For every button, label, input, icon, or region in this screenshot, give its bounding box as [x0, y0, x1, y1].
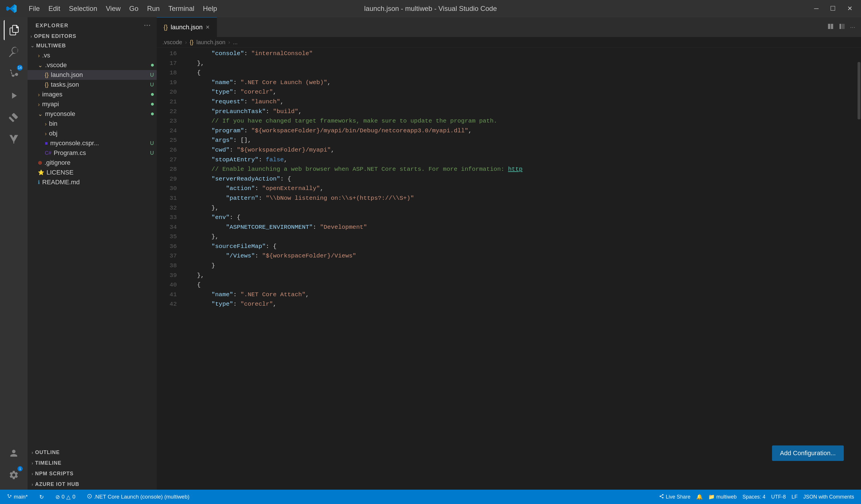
status-sync[interactable]: ↻: [37, 490, 46, 504]
sidebar-title: EXPLORER: [36, 23, 69, 29]
menu-terminal[interactable]: Terminal: [168, 4, 194, 13]
sidebar-item-open-editors[interactable]: › OPEN EDITORS: [28, 31, 157, 41]
menu-edit[interactable]: Edit: [49, 4, 60, 13]
code-line-19: "name": ".NET Core Launch (web)",: [182, 78, 851, 87]
status-language[interactable]: JSON with Comments: [801, 494, 857, 500]
sidebar-item-vs[interactable]: › .vs: [28, 51, 157, 60]
code-line-21: "request": "launch",: [182, 97, 851, 107]
tab-launch-json[interactable]: {} launch.json ✕: [157, 17, 217, 37]
editor-scrollbar[interactable]: [857, 47, 861, 490]
sidebar-item-myapi[interactable]: › myapi: [28, 99, 157, 109]
launch-config-name: .NET Core Launch (console) (multiweb): [94, 494, 189, 500]
code-line-39: },: [182, 271, 851, 281]
main-layout: 14 1 EXPLORER ···: [0, 17, 861, 490]
breadcrumb-file-icon: {}: [190, 39, 193, 46]
folder-open-icon: ⌄: [38, 62, 43, 69]
code-line-17: },: [182, 58, 851, 68]
sidebar-item-launch-json[interactable]: {} launch.json U: [28, 70, 157, 80]
tab-header-actions: ···: [821, 17, 861, 37]
sidebar-item-readme[interactable]: ℹ README.md: [28, 177, 157, 187]
sidebar-item-license[interactable]: ⭐ LICENSE: [28, 168, 157, 177]
encoding-label: UTF-8: [771, 494, 786, 500]
bell-icon: 🔔: [696, 494, 702, 500]
window-title: launch.json - multiweb - Visual Studio C…: [364, 4, 497, 13]
breadcrumb-vscode[interactable]: .vscode: [162, 39, 182, 46]
activity-icon-search[interactable]: [4, 42, 24, 62]
code-line-36: "sourceFileMap": {: [182, 242, 851, 251]
menu-selection[interactable]: Selection: [69, 4, 97, 13]
multiweb-label: MULTIWEB: [36, 43, 66, 49]
error-count: 0: [62, 494, 65, 500]
status-live-share[interactable]: Live Share: [657, 494, 693, 500]
status-branch[interactable]: main*: [4, 490, 30, 504]
sidebar-item-images[interactable]: › images: [28, 90, 157, 99]
activity-icon-account[interactable]: [4, 443, 24, 463]
code-line-30: "action": "openExternally",: [182, 184, 851, 193]
titlebar: File Edit Selection View Go Run Terminal…: [0, 0, 861, 17]
status-errors[interactable]: ⊘ 0 △ 0: [53, 490, 78, 504]
status-spaces[interactable]: Spaces: 4: [740, 494, 768, 500]
status-notifications[interactable]: 🔔: [694, 494, 705, 500]
tab-close-button[interactable]: ✕: [205, 24, 210, 30]
live-share-label: Live Share: [666, 494, 691, 500]
code-content[interactable]: "console": "internalConsole" }, { "name"…: [180, 47, 857, 490]
git-branch-icon: [7, 494, 12, 500]
split-editor-icon[interactable]: [827, 23, 834, 31]
menu-help[interactable]: Help: [203, 4, 217, 13]
sidebar-item-gitignore[interactable]: ⊗ .gitignore: [28, 158, 157, 168]
activity-bar: 14 1: [0, 17, 28, 490]
more-actions-icon[interactable]: ···: [850, 24, 855, 31]
sidebar-item-csproj[interactable]: ■ myconsole.cspr... U: [28, 138, 157, 148]
sidebar-item-vscode[interactable]: ⌄ .vscode: [28, 60, 157, 70]
code-line-37: "/Views": "${workspaceFolder}/Views": [182, 251, 851, 261]
activity-icon-explorer[interactable]: [4, 20, 24, 40]
status-eol[interactable]: LF: [789, 494, 800, 500]
sidebar-item-obj[interactable]: › obj: [28, 128, 157, 138]
toggle-sidebar-icon[interactable]: [838, 23, 846, 31]
code-editor: 16 17 18 19 20 21 22 23 24 25 26 27 28 2…: [157, 47, 861, 490]
modified-dot: [151, 93, 154, 96]
modified-badge: U: [150, 140, 154, 146]
sidebar-more-actions[interactable]: ···: [144, 22, 151, 29]
maximize-button[interactable]: ☐: [827, 4, 838, 13]
breadcrumb-launch-json[interactable]: launch.json: [196, 39, 225, 46]
status-launch[interactable]: .NET Core Launch (console) (multiweb): [85, 490, 192, 504]
branch-name: main*: [14, 494, 28, 500]
close-button[interactable]: ✕: [844, 4, 855, 13]
menu-view[interactable]: View: [106, 4, 121, 13]
minimize-button[interactable]: ─: [811, 4, 821, 13]
sidebar-item-bin[interactable]: › bin: [28, 119, 157, 128]
menu-go[interactable]: Go: [129, 4, 138, 13]
sidebar-item-program-cs[interactable]: C# Program.cs U: [28, 148, 157, 158]
add-configuration-button[interactable]: Add Configuration...: [772, 446, 844, 461]
sidebar-item-npm-scripts[interactable]: › NPM SCRIPTS: [28, 468, 157, 479]
activity-icon-source-control[interactable]: 14: [4, 64, 24, 84]
editor-area: {} launch.json ✕ ··· .vscode › {} launch…: [157, 17, 861, 490]
activity-icon-settings[interactable]: 1: [4, 465, 24, 485]
open-editors-label: OPEN EDITORS: [34, 33, 76, 39]
sidebar-tree: › OPEN EDITORS ⌄ MULTIWEB › .vs ⌄ .vscod…: [28, 31, 157, 447]
azure-iot-hub-label: AZURE IOT HUB: [35, 481, 79, 487]
code-line-29: "serverReadyAction": {: [182, 174, 851, 184]
remote-icon: [87, 494, 92, 500]
status-encoding[interactable]: UTF-8: [769, 494, 788, 500]
sidebar-item-azure-iot-hub[interactable]: › AZURE IOT HUB: [28, 479, 157, 490]
code-line-26: "cwd": "${workspaceFolder}/myapi",: [182, 145, 851, 155]
activity-icon-test[interactable]: [4, 129, 24, 149]
sidebar-item-multiweb[interactable]: ⌄ MULTIWEB: [28, 41, 157, 51]
status-folder[interactable]: 📁 multiweb: [706, 494, 739, 500]
folder-icon: 📁: [708, 494, 715, 500]
breadcrumb-ellipsis[interactable]: ...: [233, 39, 238, 46]
activity-icon-run[interactable]: [4, 85, 24, 106]
sidebar-item-myconsole[interactable]: ⌄ myconsole: [28, 109, 157, 119]
menu-file[interactable]: File: [29, 4, 40, 13]
sidebar-item-outline[interactable]: › OUTLINE: [28, 447, 157, 458]
sidebar-item-timeline[interactable]: › TIMELINE: [28, 458, 157, 468]
sidebar-item-label: launch.json: [51, 71, 148, 79]
code-line-38: }: [182, 261, 851, 271]
sidebar-item-tasks-json[interactable]: {} tasks.json U: [28, 80, 157, 90]
source-control-badge: 14: [17, 65, 23, 71]
sidebar-item-label: .gitignore: [44, 159, 154, 166]
menu-run[interactable]: Run: [147, 4, 160, 13]
activity-icon-extensions[interactable]: [4, 107, 24, 127]
